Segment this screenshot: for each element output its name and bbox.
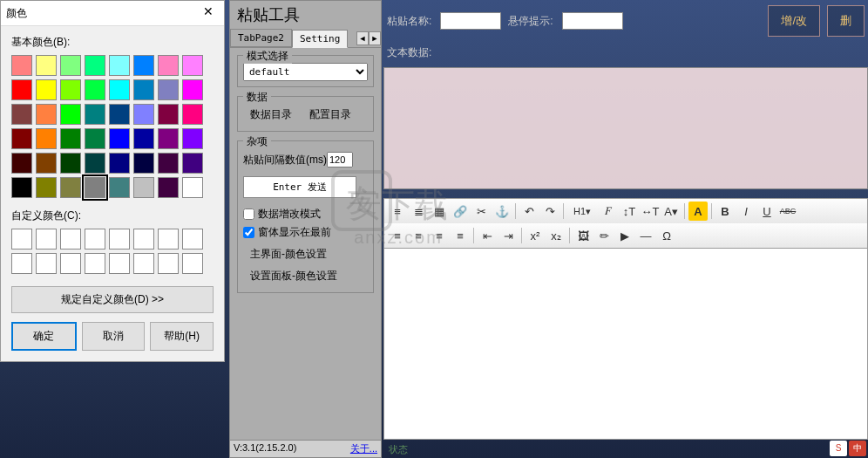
highlight-icon[interactable]: A xyxy=(688,202,708,221)
color-swatch[interactable] xyxy=(133,177,154,198)
color-swatch[interactable] xyxy=(182,177,203,198)
color-swatch[interactable] xyxy=(11,153,32,174)
color-swatch[interactable] xyxy=(109,177,130,198)
color-swatch[interactable] xyxy=(85,153,105,174)
topmost-checkbox[interactable]: 窗体显示在最前 xyxy=(243,225,368,240)
heading-icon[interactable]: H1▾ xyxy=(567,202,597,221)
color-swatch[interactable] xyxy=(109,153,130,174)
color-swatch[interactable] xyxy=(158,177,179,198)
bold-icon[interactable]: B xyxy=(715,202,735,221)
align-center-icon[interactable]: ≡ xyxy=(409,226,428,245)
color-swatch[interactable] xyxy=(85,177,105,198)
color-swatch[interactable] xyxy=(11,128,32,149)
table-icon[interactable]: ▦ xyxy=(430,202,449,221)
color-swatch[interactable] xyxy=(11,55,32,76)
link-icon[interactable]: 🔗 xyxy=(451,202,470,221)
color-swatch[interactable] xyxy=(85,55,105,76)
custom-color-swatch[interactable] xyxy=(85,253,105,274)
strike-icon[interactable]: ABC xyxy=(778,202,797,221)
outdent-icon[interactable]: ⇤ xyxy=(478,226,497,245)
unlink-icon[interactable]: ✂ xyxy=(471,202,491,221)
custom-color-swatch[interactable] xyxy=(182,253,203,274)
color-swatch[interactable] xyxy=(36,55,57,76)
data-dir-link[interactable]: 数据目录 xyxy=(250,107,292,122)
custom-color-swatch[interactable] xyxy=(11,253,32,274)
color-swatch[interactable] xyxy=(85,128,105,149)
custom-color-swatch[interactable] xyxy=(158,229,179,250)
custom-color-swatch[interactable] xyxy=(85,229,105,250)
color-swatch[interactable] xyxy=(109,55,130,76)
color-swatch[interactable] xyxy=(109,128,130,149)
color-swatch[interactable] xyxy=(36,104,57,125)
custom-color-swatch[interactable] xyxy=(158,253,179,274)
paste-name-input[interactable] xyxy=(440,12,501,30)
align-justify-icon[interactable]: ≡ xyxy=(451,226,470,245)
color-swatch[interactable] xyxy=(60,104,81,125)
tab-nav-right-icon[interactable]: ► xyxy=(369,31,381,45)
topmost-check-input[interactable] xyxy=(243,227,254,238)
color-swatch[interactable] xyxy=(85,79,105,100)
clear-icon[interactable]: ✏ xyxy=(594,226,614,245)
color-swatch[interactable] xyxy=(60,153,81,174)
symbol-icon[interactable]: Ω xyxy=(657,226,676,245)
tray-icon[interactable]: 中 xyxy=(849,441,866,456)
color-swatch[interactable] xyxy=(158,79,179,100)
color-swatch[interactable] xyxy=(182,153,203,174)
tab-nav-left-icon[interactable]: ◄ xyxy=(356,31,369,45)
indent-icon[interactable]: ⇥ xyxy=(498,226,518,245)
color-dialog-titlebar[interactable]: 颜色 ✕ xyxy=(1,1,224,26)
panel-color-link[interactable]: 设置面板-颜色设置 xyxy=(250,269,337,284)
text-width-icon[interactable]: ↔T xyxy=(641,202,660,221)
custom-color-swatch[interactable] xyxy=(11,229,32,250)
close-icon[interactable]: ✕ xyxy=(198,4,219,22)
color-swatch[interactable] xyxy=(85,104,105,125)
anchor-icon[interactable]: ⚓ xyxy=(492,202,512,221)
color-swatch[interactable] xyxy=(109,104,130,125)
ordered-list-icon[interactable]: ≣ xyxy=(409,202,428,221)
color-swatch[interactable] xyxy=(109,79,130,100)
underline-icon[interactable]: U xyxy=(757,202,776,221)
color-swatch[interactable] xyxy=(133,153,154,174)
enter-send-button[interactable]: Enter 发送 xyxy=(243,176,356,198)
tab-tabpage2[interactable]: TabPage2 xyxy=(230,29,292,47)
custom-color-swatch[interactable] xyxy=(182,229,203,250)
about-link[interactable]: 关于... xyxy=(350,442,377,455)
custom-color-swatch[interactable] xyxy=(60,229,81,250)
color-swatch[interactable] xyxy=(182,128,203,149)
color-swatch[interactable] xyxy=(133,128,154,149)
redo-icon[interactable]: ↷ xyxy=(540,202,559,221)
custom-color-swatch[interactable] xyxy=(109,229,130,250)
color-swatch[interactable] xyxy=(158,153,179,174)
color-swatch[interactable] xyxy=(158,55,179,76)
subscript-icon[interactable]: x₂ xyxy=(546,226,566,245)
color-swatch[interactable] xyxy=(133,55,154,76)
help-button[interactable]: 帮助(H) xyxy=(150,322,214,351)
config-dir-link[interactable]: 配置目录 xyxy=(309,107,351,122)
custom-color-swatch[interactable] xyxy=(36,229,57,250)
media-icon[interactable]: ▶ xyxy=(615,226,634,245)
hr-icon[interactable]: — xyxy=(636,226,655,245)
editor-body[interactable] xyxy=(383,248,868,440)
custom-color-swatch[interactable] xyxy=(133,229,154,250)
align-left-icon[interactable]: ≡ xyxy=(388,226,407,245)
color-swatch[interactable] xyxy=(36,177,57,198)
tab-setting[interactable]: Setting xyxy=(292,30,348,48)
color-swatch[interactable] xyxy=(11,177,32,198)
superscript-icon[interactable]: x² xyxy=(526,226,545,245)
color-swatch[interactable] xyxy=(60,128,81,149)
color-swatch[interactable] xyxy=(133,104,154,125)
interval-input[interactable] xyxy=(327,152,353,167)
color-swatch[interactable] xyxy=(36,79,57,100)
custom-color-swatch[interactable] xyxy=(60,253,81,274)
color-swatch[interactable] xyxy=(158,128,179,149)
font-icon[interactable]: 𝐹 xyxy=(599,202,618,221)
custom-color-swatch[interactable] xyxy=(36,253,57,274)
color-swatch[interactable] xyxy=(182,55,203,76)
color-swatch[interactable] xyxy=(60,79,81,100)
tray-icon[interactable]: S xyxy=(830,441,847,456)
italic-icon[interactable]: I xyxy=(736,202,756,221)
delete-button[interactable]: 删 xyxy=(827,5,865,37)
undo-icon[interactable]: ↶ xyxy=(519,202,539,221)
mode-select[interactable]: default xyxy=(243,63,368,81)
text-height-icon[interactable]: ↕T xyxy=(620,202,639,221)
